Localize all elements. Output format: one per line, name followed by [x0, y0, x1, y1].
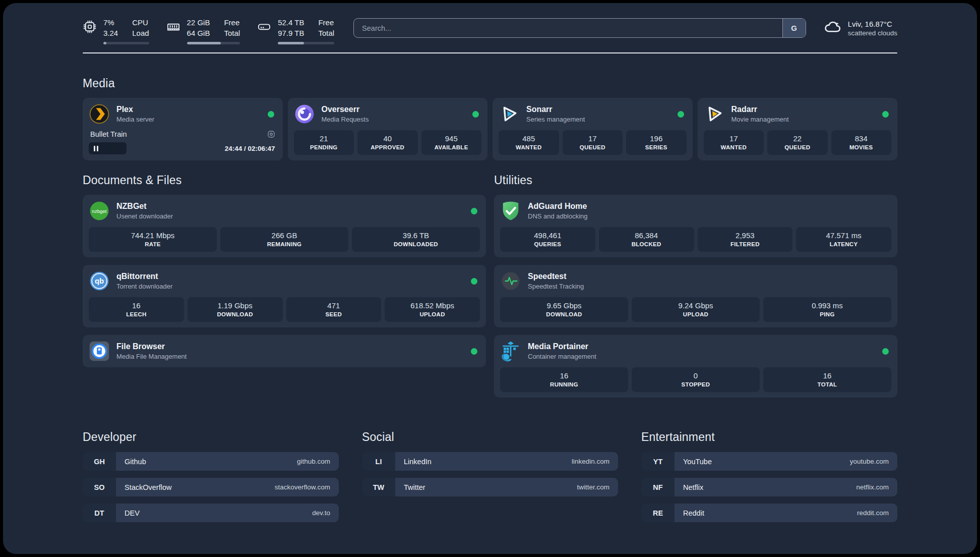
- sonarr-icon: [499, 103, 520, 125]
- app-title: Radarr: [731, 105, 876, 114]
- disk-total-value: 97.9 TB: [278, 28, 304, 38]
- stat-tile: 16TOTAL: [763, 367, 891, 392]
- stat-tile: 618.52 MbpsUPLOAD: [385, 297, 480, 322]
- link-stackoverflow[interactable]: SO StackOverflow stackoverflow.com: [83, 478, 339, 496]
- session-icon: [267, 130, 275, 138]
- link-url: netflix.com: [856, 483, 889, 491]
- link-name: Netflix: [683, 483, 703, 491]
- cpu-progress-bar: [103, 42, 149, 44]
- section-title-entertainment: Entertainment: [641, 430, 897, 444]
- cpu-load-value: 3.24: [103, 28, 118, 38]
- stat-tile: 9.24 GbpsUPLOAD: [632, 297, 760, 322]
- portainer-icon: [500, 341, 521, 362]
- link-url: reddit.com: [857, 509, 889, 517]
- section-title-media: Media: [83, 77, 897, 90]
- app-title: Speedtest: [528, 272, 891, 281]
- card-sonarr[interactable]: Sonarr Series management 485WANTED 17QUE…: [493, 98, 693, 160]
- utilities-column: Utilities: [494, 174, 897, 405]
- stat-tile: 0.993 msPING: [763, 297, 891, 322]
- radarr-icon: [704, 103, 725, 125]
- link-name: StackOverflow: [125, 483, 171, 491]
- section-title-developer: Developer: [83, 430, 339, 444]
- social-section: Social LI LinkedIn linkedin.com TW Twitt…: [362, 430, 618, 522]
- section-title-documents: Documents & Files: [83, 174, 486, 187]
- link-twitter[interactable]: TW Twitter twitter.com: [362, 478, 618, 496]
- media-cards-row: Plex Media server Bullet Train: [83, 98, 897, 160]
- stat-tile: 47.571 msLATENCY: [796, 227, 891, 252]
- disk-label-2: Total: [318, 28, 334, 38]
- link-tag: YT: [641, 452, 675, 471]
- ram-progress-bar: [187, 42, 240, 44]
- link-url: linkedin.com: [572, 458, 609, 465]
- playback-time: 24:44 / 02:06:47: [225, 145, 277, 152]
- google-search-button[interactable]: G: [782, 19, 806, 37]
- status-dot: [471, 208, 477, 214]
- card-overseerr[interactable]: Overseerr Media Requests 21PENDING 40APP…: [288, 98, 488, 160]
- card-speedtest[interactable]: Speedtest Speedtest Tracking 9.65 GbpsDO…: [494, 265, 897, 327]
- app-subtitle: Torrent downloader: [116, 283, 464, 290]
- card-plex[interactable]: Plex Media server Bullet Train: [83, 98, 283, 160]
- ram-icon: [166, 20, 180, 44]
- search-input[interactable]: [354, 24, 782, 32]
- stat-tile: 834MOVIES: [831, 130, 892, 155]
- cpu-label-1: CPU: [132, 17, 149, 28]
- link-name: YouTube: [683, 458, 712, 466]
- stat-tile: 16LEECH: [89, 297, 184, 322]
- header-divider: [83, 52, 897, 53]
- stat-tile: 86,384BLOCKED: [599, 227, 694, 252]
- disk-progress-bar: [278, 42, 334, 44]
- playback-progress: 24:44 / 02:06:47: [89, 142, 277, 154]
- card-adguard[interactable]: AdGuard Home DNS and adblocking 498,461Q…: [494, 195, 897, 257]
- disk-free-value: 52.4 TB: [278, 17, 304, 28]
- stat-tile: 485WANTED: [499, 130, 559, 155]
- cloud-icon: [823, 18, 841, 38]
- card-qbittorrent[interactable]: qb qBittorrent Torrent downloader 16LEEC…: [83, 265, 486, 327]
- card-filebrowser[interactable]: File Browser Media File Management: [83, 335, 486, 367]
- app-title: Sonarr: [526, 105, 671, 114]
- link-tag: NF: [641, 478, 675, 496]
- app-title: qBittorrent: [116, 272, 464, 281]
- link-linkedin[interactable]: LI LinkedIn linkedin.com: [362, 452, 618, 471]
- app-subtitle: Movie management: [731, 116, 876, 123]
- app-title: Overseerr: [322, 105, 466, 114]
- app-title: AdGuard Home: [528, 202, 891, 211]
- link-url: github.com: [297, 458, 330, 465]
- link-name: DEV: [125, 509, 140, 517]
- filebrowser-icon: [89, 341, 110, 362]
- stat-tile: 22QUEUED: [767, 130, 828, 155]
- overseerr-icon: [294, 103, 315, 125]
- search-bar: G: [353, 18, 806, 38]
- link-youtube[interactable]: YT YouTube youtube.com: [641, 452, 897, 471]
- app-subtitle: Series management: [526, 116, 671, 123]
- link-url: stackoverflow.com: [275, 483, 330, 491]
- status-dot: [471, 348, 477, 355]
- documents-column: Documents & Files nzbget NZBGet Usenet d: [83, 174, 486, 375]
- link-tag: LI: [362, 452, 395, 471]
- pause-button[interactable]: [89, 142, 127, 154]
- disk-label-1: Free: [318, 17, 334, 28]
- status-dot: [882, 111, 889, 118]
- app-title: File Browser: [116, 342, 464, 351]
- app-subtitle: Media server: [116, 116, 261, 123]
- entertainment-section: Entertainment YT YouTube youtube.com NF …: [641, 430, 897, 522]
- hard-drive-icon: [257, 20, 271, 44]
- stat-tile: 196SERIES: [626, 130, 687, 155]
- card-portainer[interactable]: Media Portainer Container management 16R…: [494, 335, 897, 398]
- link-reddit[interactable]: RE Reddit reddit.com: [641, 504, 897, 522]
- svg-text:qb: qb: [95, 277, 104, 285]
- link-dev-to[interactable]: DT DEV dev.to: [83, 504, 339, 522]
- ram-total-value: 64 GiB: [187, 28, 210, 38]
- stat-tile: 744.21 MbpsRATE: [89, 227, 217, 252]
- svg-text:nzbget: nzbget: [92, 208, 107, 214]
- link-github[interactable]: GH Github github.com: [83, 452, 339, 471]
- cpu-stat: 7% 3.24 CPU Load: [83, 17, 149, 44]
- link-tag: DT: [83, 504, 116, 522]
- dashboard-window: 7% 3.24 CPU Load: [3, 3, 977, 554]
- link-tag: GH: [83, 452, 116, 471]
- card-radarr[interactable]: Radarr Movie management 17WANTED 22QUEUE…: [698, 98, 898, 160]
- link-name: Reddit: [683, 509, 704, 517]
- link-netflix[interactable]: NF Netflix netflix.com: [641, 478, 897, 496]
- card-nzbget[interactable]: nzbget NZBGet Usenet downloader 744.21 M…: [83, 195, 486, 257]
- app-subtitle: Container management: [528, 353, 876, 360]
- app-subtitle: Media Requests: [322, 116, 466, 123]
